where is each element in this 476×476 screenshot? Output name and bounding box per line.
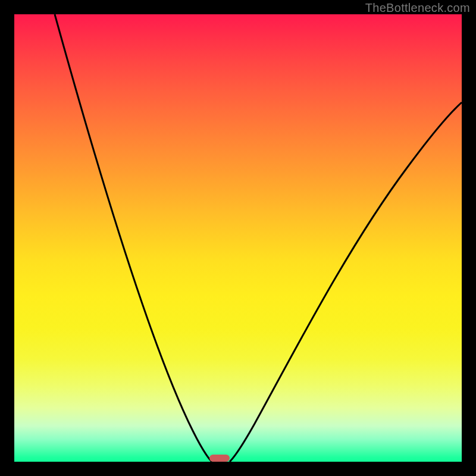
optimal-marker: [209, 455, 230, 462]
chart-frame: TheBottleneck.com: [0, 0, 476, 476]
curve-right-branch: [230, 102, 462, 462]
bottleneck-curve: [14, 14, 462, 462]
plot-area: [14, 14, 462, 462]
curve-left-branch: [55, 14, 212, 462]
watermark: TheBottleneck.com: [365, 1, 470, 15]
